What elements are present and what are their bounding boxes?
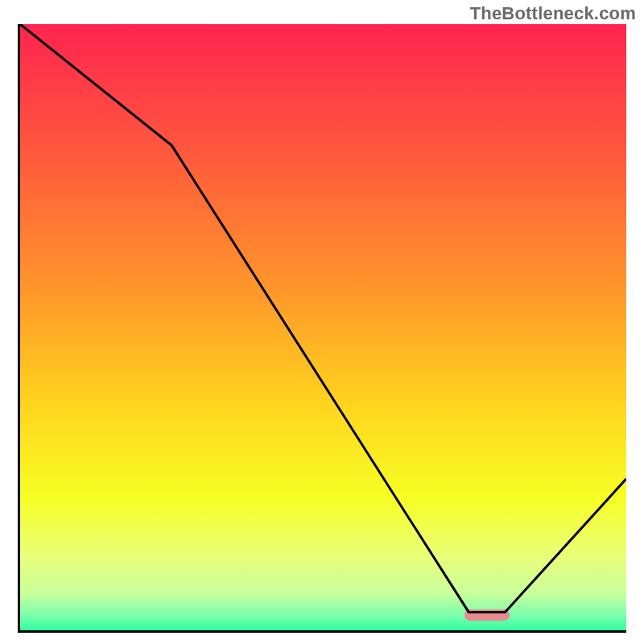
plot-area: [18, 24, 626, 633]
curve-path: [20, 24, 626, 612]
performance-curve: [20, 24, 626, 630]
bottleneck-chart: TheBottleneck.com: [0, 0, 644, 644]
watermark-text: TheBottleneck.com: [470, 3, 636, 24]
